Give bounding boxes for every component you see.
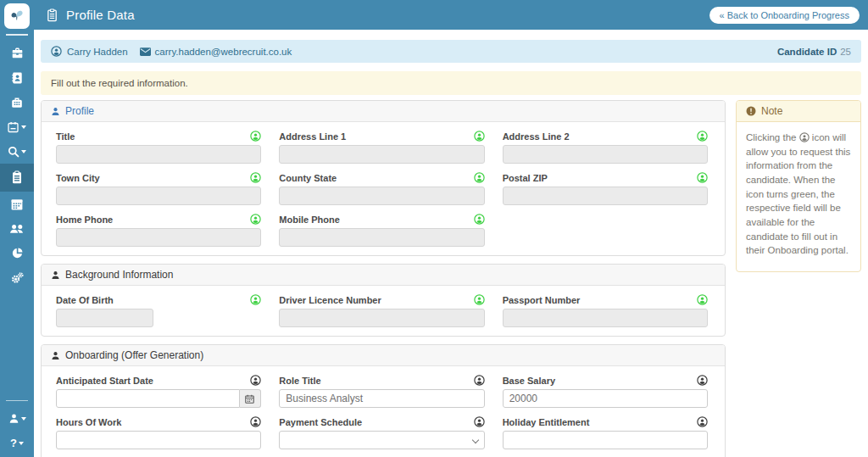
field-label: Home Phone xyxy=(56,215,113,225)
field-label: Payment Schedule xyxy=(279,417,362,427)
user-circle-icon xyxy=(799,132,810,142)
driver-licence-input xyxy=(279,309,484,327)
field-label: Date Of Birth xyxy=(56,295,114,305)
request-info-icon[interactable] xyxy=(697,416,708,427)
payment-schedule-select[interactable] xyxy=(279,431,484,449)
page-title: Profile Data xyxy=(66,8,135,22)
field-home-phone: Home Phone xyxy=(56,213,261,247)
caret-down-icon xyxy=(19,442,24,445)
field-label: Address Line 2 xyxy=(503,131,570,142)
request-info-icon[interactable] xyxy=(474,214,485,225)
background-panel-title: Background Information xyxy=(65,269,173,281)
holiday-entitlement-input[interactable] xyxy=(503,431,708,449)
field-label: Passport Number xyxy=(503,295,581,305)
candidate-email[interactable]: carry.hadden@webrecruit.co.uk xyxy=(155,47,292,57)
role-title-input[interactable] xyxy=(279,389,484,408)
field-address-line-2: Address Line 2 xyxy=(503,130,708,164)
settings-cogs-icon xyxy=(10,271,25,285)
fax-icon xyxy=(10,96,24,109)
anticipated-start-date-input[interactable] xyxy=(56,389,240,408)
background-panel-header: Background Information xyxy=(42,265,725,286)
request-info-icon[interactable] xyxy=(250,375,261,386)
field-mobile-phone: Mobile Phone xyxy=(279,213,484,247)
field-label: Driver Licence Number xyxy=(279,295,381,305)
sidebar-item-reports[interactable] xyxy=(0,241,34,265)
calendar-grid-icon xyxy=(10,198,24,211)
address-line-2-input xyxy=(503,145,708,164)
request-info-icon[interactable] xyxy=(474,172,485,183)
note-panel-header: Note xyxy=(737,101,860,122)
field-label: Title xyxy=(56,131,75,142)
profile-panel: Profile Title Address Line 1 Address Lin… xyxy=(41,100,726,256)
app-logo[interactable] xyxy=(4,3,30,29)
profile-panel-header: Profile xyxy=(42,101,725,122)
field-base-salary: Base Salary xyxy=(503,374,708,408)
clipboard-icon xyxy=(10,170,24,185)
sidebar-item-settings[interactable] xyxy=(0,265,34,290)
field-driver-licence: Driver Licence Number xyxy=(279,293,484,327)
request-info-icon[interactable] xyxy=(474,416,485,427)
butterfly-logo-icon xyxy=(8,8,25,25)
onboarding-panel: Onboarding (Offer Generation) Anticipate… xyxy=(41,344,726,457)
hours-of-work-input[interactable] xyxy=(56,431,261,449)
caret-down-icon xyxy=(21,417,26,421)
sidebar-item-onboarding-active[interactable] xyxy=(0,164,34,192)
postal-zip-input xyxy=(503,187,708,205)
sidebar-item-contacts[interactable] xyxy=(0,65,34,90)
field-address-line-1: Address Line 1 xyxy=(279,130,484,164)
request-info-icon[interactable] xyxy=(697,375,708,386)
date-of-birth-input xyxy=(56,309,153,327)
home-phone-input xyxy=(56,228,261,247)
background-info-panel: Background Information Date Of Birth Dri… xyxy=(41,264,726,337)
title-input xyxy=(56,145,261,164)
town-city-input xyxy=(56,187,261,205)
back-to-onboarding-button[interactable]: « Back to Onboarding Progress xyxy=(709,7,860,24)
request-info-icon[interactable] xyxy=(697,131,708,142)
field-date-of-birth: Date Of Birth xyxy=(56,293,261,327)
sidebar-item-jobs[interactable] xyxy=(0,41,34,65)
sidebar-item-schedule[interactable] xyxy=(0,114,34,139)
field-role-title: Role Title xyxy=(279,374,484,408)
user-circle-icon xyxy=(51,46,62,57)
candidate-id-value: 25 xyxy=(840,47,851,57)
candidate-id-label: Candidate ID xyxy=(777,47,837,57)
request-info-icon[interactable] xyxy=(474,375,485,386)
base-salary-input[interactable] xyxy=(503,389,708,408)
request-info-icon[interactable] xyxy=(474,131,485,142)
clipboard-icon xyxy=(46,8,58,22)
candidate-name: Carry Hadden xyxy=(67,47,128,57)
request-info-icon[interactable] xyxy=(250,172,261,183)
sidebar-item-resources[interactable] xyxy=(0,90,34,114)
sidebar-item-calendar[interactable] xyxy=(0,192,34,216)
contacts-book-icon xyxy=(10,71,24,85)
field-label: Mobile Phone xyxy=(279,215,340,225)
field-label: Address Line 1 xyxy=(279,131,346,142)
request-info-icon[interactable] xyxy=(250,416,261,427)
request-info-icon[interactable] xyxy=(250,131,261,142)
onboarding-panel-title: Onboarding (Offer Generation) xyxy=(65,349,203,361)
caret-down-icon xyxy=(21,125,26,129)
envelope-icon xyxy=(140,47,151,56)
candidate-info-bar: Carry Hadden carry.hadden@webrecruit.co.… xyxy=(41,40,861,63)
user-icon xyxy=(8,413,19,424)
request-info-icon[interactable] xyxy=(474,294,485,305)
warning-circle-icon xyxy=(746,106,756,116)
sidebar-item-user-menu[interactable] xyxy=(0,406,34,431)
request-info-icon[interactable] xyxy=(697,294,708,305)
note-panel: Note Clicking the icon will allow you to… xyxy=(736,100,861,272)
field-payment-schedule: Payment Schedule xyxy=(279,415,484,449)
person-icon xyxy=(51,351,60,360)
top-header-bar: Profile Data « Back to Onboarding Progre… xyxy=(34,0,868,30)
search-icon xyxy=(8,146,19,158)
sidebar-item-search[interactable] xyxy=(0,139,34,164)
request-info-icon[interactable] xyxy=(250,294,261,305)
caret-down-icon xyxy=(21,150,26,153)
sidebar-item-users[interactable] xyxy=(0,216,34,241)
sidebar-item-help-menu[interactable]: ? xyxy=(0,431,34,455)
request-info-icon[interactable] xyxy=(697,172,708,183)
request-info-icon[interactable] xyxy=(250,214,261,225)
users-icon xyxy=(9,223,25,235)
calendar-dropdown-icon xyxy=(8,121,19,133)
calendar-picker-button[interactable] xyxy=(240,389,262,408)
note-text: Clicking the icon will allow you to requ… xyxy=(737,122,860,271)
